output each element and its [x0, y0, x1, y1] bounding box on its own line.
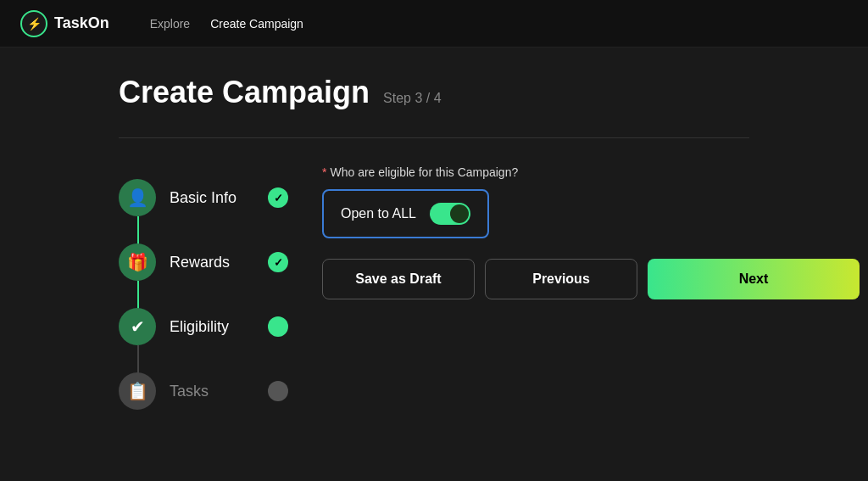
eligibility-section: * Who are eligible for this Campaign? Op…	[322, 165, 860, 238]
page-title: Create Campaign	[119, 75, 370, 110]
step-basic-info-icon-wrap: 👤	[119, 179, 156, 216]
steps-sidebar: 👤 Basic Info ✓ 🎁 Rewards ✓ ✔ El	[119, 165, 288, 423]
step-rewards: 🎁 Rewards ✓	[119, 230, 288, 294]
step-tasks: 📋 Tasks	[119, 359, 288, 423]
step-basic-info-label: Basic Info	[170, 189, 236, 207]
next-button[interactable]: Next	[648, 259, 860, 299]
open-to-all-label: Open to ALL	[341, 206, 416, 221]
step-tasks-label: Tasks	[170, 383, 209, 400]
main-content: Create Campaign Step 3 / 4 👤 Basic Info …	[0, 48, 868, 450]
step-basic-info: 👤 Basic Info ✓	[119, 165, 288, 230]
toggle-knob	[450, 204, 469, 223]
check-circle-icon: ✔	[131, 316, 145, 337]
logo: ⚡ TaskOn	[20, 10, 109, 37]
step-eligibility-icon-wrap: ✔	[119, 308, 156, 345]
section-divider	[119, 137, 749, 138]
open-to-all-box: Open to ALL	[322, 189, 489, 238]
step-rewards-icon-wrap: 🎁	[119, 243, 156, 281]
step-basic-info-check: ✓	[268, 187, 288, 208]
nav-create-campaign[interactable]: Create Campaign	[210, 17, 303, 31]
open-to-all-toggle[interactable]	[430, 203, 470, 225]
eligibility-question: * Who are eligible for this Campaign?	[322, 165, 860, 179]
nav-links: Explore Create Campaign	[150, 17, 303, 31]
logo-text: TaskOn	[54, 14, 109, 32]
action-buttons: Save as Draft Previous Next	[322, 259, 860, 299]
tasks-icon: 📋	[127, 381, 148, 401]
nav-explore[interactable]: Explore	[150, 17, 190, 31]
gift-icon: 🎁	[127, 252, 148, 272]
step-eligibility: ✔ Eligibility	[119, 294, 288, 359]
step-rewards-label: Rewards	[170, 254, 230, 271]
step-eligibility-label: Eligibility	[170, 318, 229, 336]
step-tasks-dot	[268, 381, 288, 401]
step-tasks-icon-wrap: 📋	[119, 372, 156, 410]
step-eligibility-dot	[268, 316, 288, 337]
wizard: 👤 Basic Info ✓ 🎁 Rewards ✓ ✔ El	[119, 165, 749, 423]
content-panel: * Who are eligible for this Campaign? Op…	[322, 165, 860, 423]
step-rewards-check: ✓	[268, 252, 288, 272]
logo-icon: ⚡	[20, 10, 47, 37]
navbar: ⚡ TaskOn Explore Create Campaign	[0, 0, 868, 48]
previous-button[interactable]: Previous	[485, 259, 637, 299]
required-star: *	[322, 165, 326, 179]
step-indicator: Step 3 / 4	[383, 91, 442, 106]
page-title-row: Create Campaign Step 3 / 4	[119, 75, 749, 110]
user-icon: 👤	[127, 187, 148, 208]
save-draft-button[interactable]: Save as Draft	[322, 259, 475, 299]
eligibility-question-text: Who are eligible for this Campaign?	[330, 165, 518, 179]
